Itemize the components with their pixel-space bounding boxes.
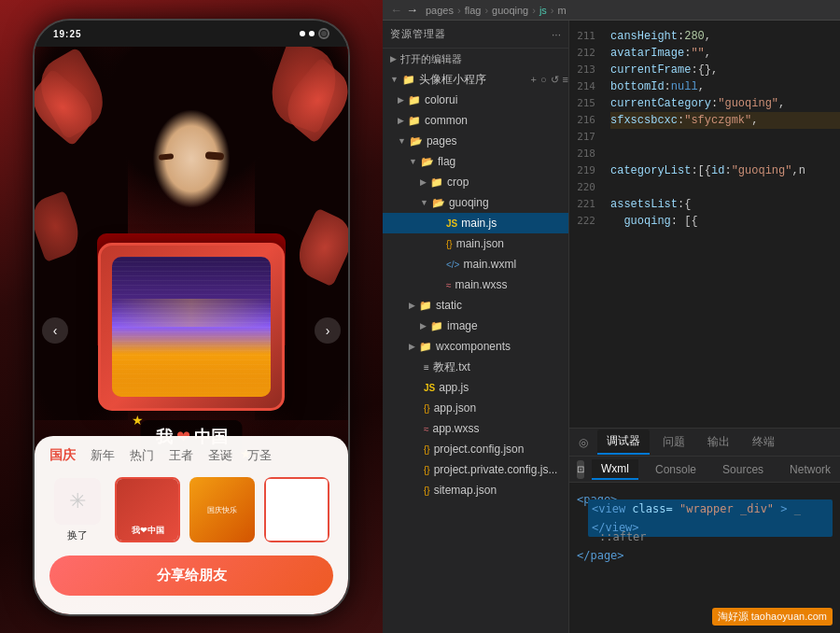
nav-forward-button[interactable]: → bbox=[406, 3, 418, 17]
breadcrumb-js[interactable]: js bbox=[539, 5, 547, 16]
breadcrumb-flag[interactable]: flag bbox=[465, 5, 482, 16]
sidebar-item-flag[interactable]: ▼ 📂 flag bbox=[383, 151, 568, 172]
nav-arrow-left[interactable]: ‹ bbox=[42, 317, 68, 344]
card-glow bbox=[112, 341, 271, 397]
frame-item-3[interactable] bbox=[264, 477, 329, 542]
sidebar-item-wxcomponents[interactable]: ▶ 📁 wxcomponents bbox=[383, 336, 568, 357]
frame-item-2[interactable]: 国庆快乐 bbox=[189, 477, 255, 542]
frame-default-label: 换了 bbox=[67, 528, 88, 542]
project-private-icon: {} bbox=[424, 465, 430, 475]
folder-static-icon: 📁 bbox=[419, 300, 432, 312]
app-json-icon: {} bbox=[424, 403, 430, 414]
devtools-icon-target[interactable]: ◎ bbox=[573, 432, 594, 453]
sidebar-item-pages[interactable]: ▼ 📂 pages bbox=[383, 131, 568, 151]
cat-tab-shengdan[interactable]: 圣诞 bbox=[208, 447, 232, 464]
sidebar-item-mainjs[interactable]: JS main.js bbox=[383, 213, 568, 233]
sidebar-item-mainwxml[interactable]: </> main.wxml bbox=[383, 254, 568, 274]
devtools-inspect-icon[interactable]: ⊡ bbox=[577, 460, 584, 479]
sidebar-item-projectprivate[interactable]: {} project.private.config.js... bbox=[383, 459, 568, 480]
folder-wxcomponents-icon: 📁 bbox=[419, 341, 432, 353]
code-line-220 bbox=[610, 179, 840, 196]
code-line-213: currentFrame: {}, bbox=[610, 62, 840, 78]
frame-item-default[interactable]: ✳ 换了 bbox=[49, 478, 105, 542]
folder-common-icon: 📁 bbox=[408, 115, 421, 127]
sidebar-item-common[interactable]: ▶ 📁 common bbox=[383, 110, 568, 131]
code-line-216: sfxscsbcxc: "sfyczgmk", bbox=[610, 112, 840, 129]
sidebar-more-icon[interactable]: ··· bbox=[552, 28, 561, 41]
sidebar-item-static[interactable]: ▶ 📁 static bbox=[383, 295, 568, 316]
devtools-subtab-console[interactable]: Console bbox=[646, 460, 706, 479]
folder-flag-icon: 📂 bbox=[421, 156, 434, 168]
sidebar-refresh-icon[interactable]: ↺ bbox=[551, 74, 559, 86]
sidebar-item-appwxss[interactable]: ≈ app.wxss bbox=[383, 418, 568, 439]
breadcrumb-guoqing[interactable]: guoqing bbox=[492, 5, 528, 16]
sidebar-collapse-icon[interactable]: ≡ bbox=[563, 74, 568, 86]
code-editor[interactable]: cansHeight: 280, avatarImage: "", curren… bbox=[603, 21, 840, 428]
cat-tab-guoqing[interactable]: 国庆 bbox=[49, 447, 76, 464]
share-button[interactable]: 分享给朋友 bbox=[49, 556, 333, 596]
code-line-221: assetsList: { bbox=[610, 196, 840, 213]
sidebar-item-mainjson[interactable]: {} main.json bbox=[383, 233, 568, 254]
eye-right bbox=[205, 151, 225, 161]
dom-view-tag[interactable]: <view class= "wrapper _div" > _ </view> bbox=[577, 509, 833, 528]
nav-arrow-right[interactable]: › bbox=[315, 317, 341, 344]
sidebar-item-jiaocheng[interactable]: ≡ 教程.txt bbox=[383, 357, 568, 377]
frame-label-2: 国庆快乐 bbox=[207, 505, 237, 515]
sidebar-header: 资源管理器 ··· bbox=[383, 21, 568, 49]
sitemap-icon: {} bbox=[424, 485, 430, 496]
devtools-tab-problems[interactable]: 问题 bbox=[653, 430, 694, 454]
cat-tab-wangzhe[interactable]: 王者 bbox=[169, 447, 193, 464]
devtools-tab-debugger[interactable]: 调试器 bbox=[597, 429, 650, 455]
vscode-main-area: 资源管理器 ··· ▶ 打开的编辑器 ▼ 📁 头像框小程序 + ○ ↺ ≡ bbox=[383, 21, 840, 633]
code-line-222: guoqing: [{ bbox=[610, 213, 840, 230]
root-folder-label: 头像框小程序 bbox=[419, 72, 486, 88]
open-editors-section[interactable]: ▶ 打开的编辑器 bbox=[383, 49, 568, 69]
sidebar-item-appjs[interactable]: JS app.js bbox=[383, 377, 568, 398]
frame-item-1[interactable]: 我❤中国 bbox=[115, 477, 180, 542]
editor-content: 211 212 213 214 215 216 217 218 219 220 … bbox=[569, 21, 840, 428]
cat-tab-remen[interactable]: 热门 bbox=[130, 447, 154, 464]
sidebar-icon-group: ··· bbox=[552, 28, 561, 41]
sidebar-item-sitemap[interactable]: {} sitemap.json bbox=[383, 480, 568, 500]
json-file-icon: {} bbox=[446, 239, 453, 249]
folder-colorui-icon: 📁 bbox=[408, 94, 421, 106]
frame-label-1: 我❤中国 bbox=[117, 525, 178, 537]
line-numbers: 211 212 213 214 215 216 217 218 219 220 … bbox=[569, 21, 603, 428]
star-left: ★ bbox=[132, 413, 144, 428]
devtools-tab-terminal[interactable]: 终端 bbox=[743, 430, 784, 454]
sidebar-item-guoqing[interactable]: ▼ 📂 guoqing bbox=[383, 192, 568, 213]
sidebar-item-mainwxss[interactable]: ≈ main.wxss bbox=[383, 274, 568, 295]
devtools-subtab-sources[interactable]: Sources bbox=[713, 460, 773, 479]
app-js-icon: JS bbox=[424, 383, 435, 393]
frames-row: ✳ 换了 我❤中国 国庆快乐 bbox=[49, 477, 333, 542]
breadcrumb-pages[interactable]: pages bbox=[426, 5, 454, 16]
js-file-icon: JS bbox=[446, 218, 457, 229]
sidebar-item-image[interactable]: ▶ 📁 image bbox=[383, 316, 568, 336]
code-line-211: cansHeight: 280, bbox=[610, 28, 840, 45]
devtools-subtab-wxml[interactable]: Wxml bbox=[592, 459, 638, 480]
sidebar-add-icon[interactable]: + bbox=[530, 74, 536, 86]
watermark: 淘好源 taohaoyuan.com bbox=[712, 608, 833, 626]
status-indicators bbox=[300, 28, 329, 39]
sidebar-root-folder[interactable]: ▼ 📁 头像框小程序 + ○ ↺ ≡ bbox=[383, 69, 568, 90]
sidebar-new-folder-icon[interactable]: ○ bbox=[540, 74, 547, 86]
open-editors-label: 打开的编辑器 bbox=[400, 52, 462, 66]
bottom-panel: 国庆 新年 热门 王者 圣诞 万圣 ✳ 换了 bbox=[35, 436, 348, 614]
phone-frame: 19:25 bbox=[33, 19, 350, 616]
dom-page-close: </page> bbox=[577, 546, 833, 565]
devtools-tab-output[interactable]: 输出 bbox=[698, 430, 739, 454]
app-wxss-icon: ≈ bbox=[424, 424, 429, 434]
cat-tab-xinnian[interactable]: 新年 bbox=[91, 447, 115, 464]
sidebar-item-colorui[interactable]: ▶ 📁 colorui bbox=[383, 90, 568, 110]
devtools-subtab-network[interactable]: Network bbox=[780, 460, 840, 479]
sidebar-item-crop[interactable]: ▶ 📁 crop bbox=[383, 172, 568, 192]
nav-back-button[interactable]: ← bbox=[390, 3, 402, 17]
card-inner bbox=[112, 257, 271, 397]
folder-pages-icon: 📂 bbox=[410, 135, 423, 148]
frame-thumb-2: 国庆快乐 bbox=[189, 477, 255, 542]
sidebar-item-appjson[interactable]: {} app.json bbox=[383, 398, 568, 418]
sidebar-item-projectconfig[interactable]: {} project.config.json bbox=[383, 439, 568, 459]
editor-area: 211 212 213 214 215 216 217 218 219 220 … bbox=[569, 21, 840, 633]
card-shimmer bbox=[112, 299, 271, 327]
cat-tab-wansheng[interactable]: 万圣 bbox=[247, 447, 272, 464]
